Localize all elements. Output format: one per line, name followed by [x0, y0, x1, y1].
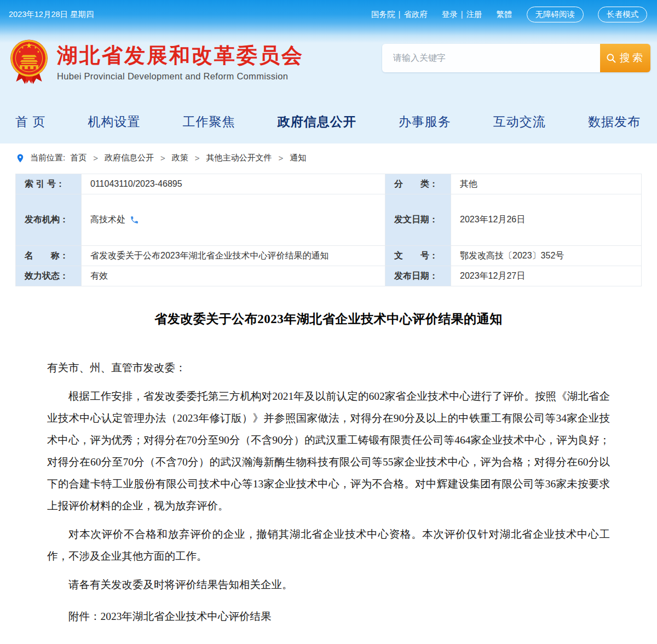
nav-item-home[interactable]: 首 页 [15, 113, 45, 130]
breadcrumb-separator: > [159, 153, 167, 163]
meta-label-validity-status: 效力状态： [16, 266, 82, 286]
breadcrumb-location-label: 当前位置: [30, 153, 65, 163]
meta-value-validity-status: 有效 [82, 266, 385, 286]
meta-value-doc-number: 鄂发改高技〔2023〕352号 [451, 246, 642, 266]
paragraph-disqualification: 对本次评价不合格和放弃评价的企业，撤销其湖北省企业技术中心资格。本次评价仅针对湖… [47, 524, 610, 567]
document-body: 省发改委关于公布2023年湖北省企业技术中心评价结果的通知 有关市、州、直管市发… [4, 311, 653, 644]
breadcrumb-separator: > [276, 153, 285, 163]
gov-links: 国务院|省政府 [371, 9, 428, 20]
breadcrumb-gov-info[interactable]: 政府信息公开 [105, 153, 154, 163]
nav-item-services[interactable]: 办事服务 [399, 113, 451, 130]
search-icon [606, 53, 617, 64]
site-title: 湖北省发展和改革委员会 [57, 44, 304, 67]
nav-item-gov-info-disclosure[interactable]: 政府信息公开 [278, 113, 356, 130]
breadcrumb-other-public-files[interactable]: 其他主动公开文件 [206, 153, 272, 163]
meta-label-index-no: 索 引 号： [16, 174, 82, 194]
header-sky-section: 2023年12月28日 星期四 国务院|省政府 登录|注册 繁體 无障碍阅读 长… [0, 0, 657, 143]
nav-item-work-focus[interactable]: 工作聚焦 [183, 113, 235, 130]
meta-value-issue-date: 2023年12月26日 [451, 194, 642, 246]
breadcrumb-separator: > [193, 153, 201, 163]
paragraph-notify-request: 请各有关发改委及时将评价结果告知相关企业。 [47, 574, 610, 596]
site-header: 湖北省发展和改革委员会 Hubei Provincial Development… [0, 22, 657, 99]
meta-value-publish-date: 2023年12月27日 [451, 266, 642, 286]
meta-row-index: 索 引 号： 011043110/2023-46895 分 类： 其他 [16, 174, 642, 194]
document-meta-table: 索 引 号： 011043110/2023-46895 分 类： 其他 发布机构… [15, 174, 642, 286]
attachment-line: 附件：2023年湖北省企业技术中心评价结果 [47, 606, 610, 628]
meta-value-index-no: 011043110/2023-46895 [82, 174, 385, 194]
link-provincial-gov[interactable]: 省政府 [404, 10, 428, 19]
meta-label-category: 分 类： [385, 174, 451, 194]
breadcrumb: 当前位置: 首页 > 政府信息公开 > 政策 > 其他主动公开文件 > 通知 [4, 143, 653, 170]
meta-label-doc-number: 文 号： [385, 246, 451, 266]
top-utility-bar: 2023年12月28日 星期四 国务院|省政府 登录|注册 繁體 无障碍阅读 长… [0, 0, 657, 22]
main-navigation: 首 页 机构设置 工作聚焦 政府信息公开 办事服务 互动交流 数据发布 [0, 99, 657, 137]
register-link[interactable]: 注册 [466, 10, 482, 19]
separator: | [395, 10, 404, 19]
national-emblem-logo [9, 39, 49, 87]
meta-row-agency: 发布机构： 高技术处 发文日期： 2023年12月26日 [16, 194, 642, 246]
nav-item-organization[interactable]: 机构设置 [88, 113, 140, 130]
meta-value-issuing-agency: 高技术处 [82, 194, 385, 246]
meta-row-title: 名 称： 省发改委关于公布2023年湖北省企业技术中心评价结果的通知 文 号： … [16, 246, 642, 266]
account-links: 登录|注册 [442, 9, 482, 20]
location-pin-icon [15, 153, 25, 163]
meta-label-name: 名 称： [16, 246, 82, 266]
site-subtitle-english: Hubei Provincial Development and Reform … [57, 71, 304, 82]
breadcrumb-policy[interactable]: 政策 [172, 153, 188, 163]
search-button[interactable]: 搜索 [600, 44, 650, 72]
nav-item-data-release[interactable]: 数据发布 [588, 113, 641, 130]
breadcrumb-notice[interactable]: 通知 [290, 153, 306, 163]
document-title: 省发改委关于公布2023年湖北省企业技术中心评价结果的通知 [47, 311, 610, 327]
breadcrumb-separator: > [91, 153, 100, 163]
accessibility-button[interactable]: 无障碍阅读 [527, 7, 584, 22]
search-input[interactable] [382, 44, 600, 72]
meta-value-name: 省发改委关于公布2023年湖北省企业技术中心评价结果的通知 [82, 246, 385, 266]
content-card: 当前位置: 首页 > 政府信息公开 > 政策 > 其他主动公开文件 > 通知 索… [4, 143, 653, 644]
meta-row-status: 效力状态： 有效 发布日期： 2023年12月27日 [16, 266, 642, 286]
phone-icon[interactable] [130, 215, 139, 225]
meta-label-issue-date: 发文日期： [385, 194, 451, 246]
login-link[interactable]: 登录 [442, 10, 458, 19]
salutation: 有关市、州、直管市发改委： [47, 357, 610, 379]
agency-name: 高技术处 [90, 214, 125, 226]
nav-item-interaction[interactable]: 互动交流 [493, 113, 546, 130]
meta-label-issuing-agency: 发布机构： [16, 194, 82, 246]
paragraph-evaluation-results: 根据工作安排，省发改委委托第三方机构对2021年及以前认定的602家省企业技术中… [47, 386, 610, 517]
elder-mode-button[interactable]: 长者模式 [598, 7, 647, 22]
current-date: 2023年12月28日 星期四 [9, 9, 94, 20]
meta-value-category: 其他 [451, 174, 642, 194]
separator: | [458, 10, 466, 19]
traditional-chinese-link[interactable]: 繁體 [497, 9, 512, 20]
search-button-label: 搜索 [620, 51, 645, 65]
link-state-council[interactable]: 国务院 [371, 10, 395, 19]
breadcrumb-home[interactable]: 首页 [70, 153, 87, 163]
meta-label-publish-date: 发布日期： [385, 266, 451, 286]
site-search: 搜索 [382, 44, 650, 72]
